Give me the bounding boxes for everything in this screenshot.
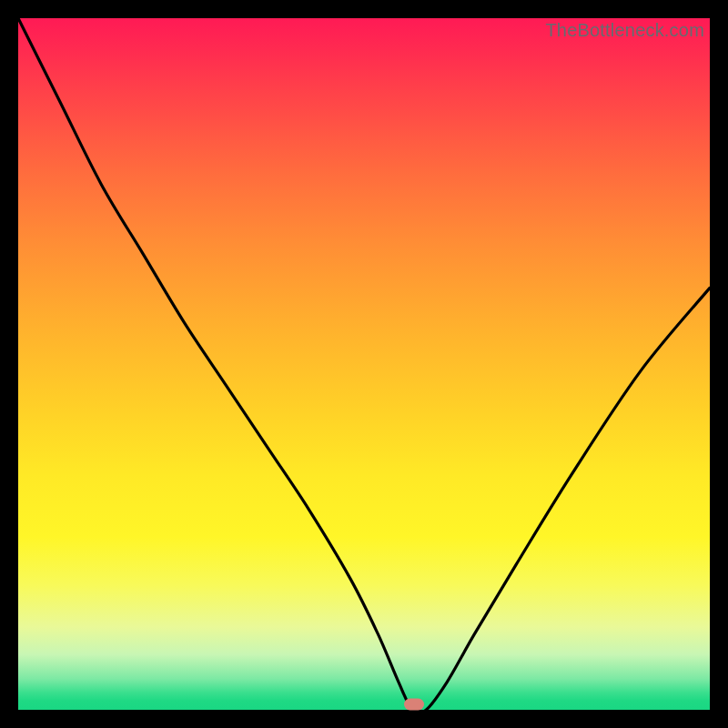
bottleneck-curve-path — [18, 18, 710, 713]
bottleneck-curve — [18, 18, 710, 710]
optimum-marker — [404, 698, 424, 710]
chart-plot-area: TheBottleneck.com — [18, 18, 710, 710]
chart-stage: TheBottleneck.com — [0, 0, 728, 728]
